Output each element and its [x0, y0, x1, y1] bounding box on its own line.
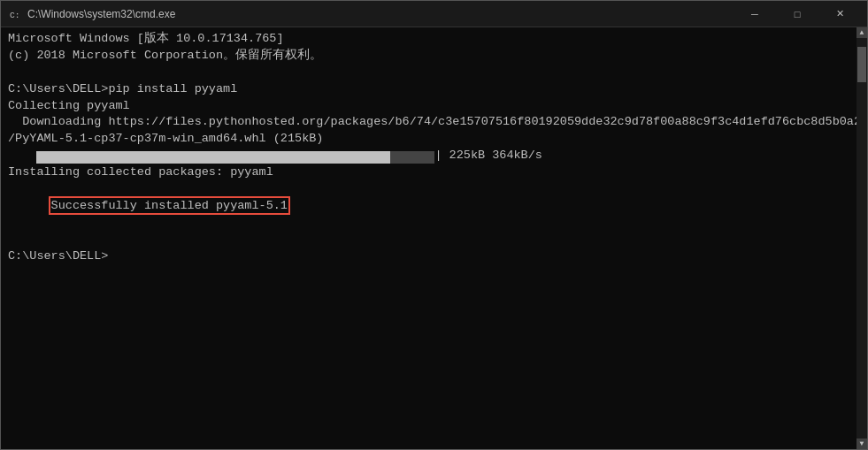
scroll-down-arrow[interactable]: ▼	[856, 439, 867, 449]
titlebar-buttons: ─ □ ✕	[734, 1, 860, 27]
terminal-line-5: Downloading https://files.pythonhosted.o…	[8, 114, 860, 131]
titlebar: C: C:\Windows\system32\cmd.exe ─ □ ✕	[1, 1, 867, 27]
progress-empty	[390, 151, 434, 164]
progress-stats: | 225kB 364kB/s	[434, 148, 542, 164]
cmd-icon: C:	[8, 7, 22, 21]
terminal-line-1: (c) 2018 Microsoft Corporation。保留所有权利。	[8, 48, 860, 65]
progress-filled	[36, 151, 390, 164]
scrollbar[interactable]: ▲ ▼	[856, 27, 867, 449]
terminal-line-9	[8, 232, 860, 248]
terminal-line-8: Successfully installed pyyaml-5.1	[8, 181, 860, 232]
progress-indent	[8, 148, 36, 164]
titlebar-left: C: C:\Windows\system32\cmd.exe	[8, 7, 175, 21]
terminal-line-6: /PyYAML-5.1-cp37-cp37m-win_amd64.whl (21…	[8, 131, 860, 148]
terminal-line-2	[8, 65, 860, 81]
progress-bar	[36, 149, 434, 164]
success-highlight: Successfully installed pyyaml-5.1	[51, 199, 288, 212]
terminal-line-7: Installing collected packages: pyyaml	[8, 164, 860, 181]
maximize-button[interactable]: □	[777, 1, 818, 27]
terminal-line-0: Microsoft Windows [版本 10.0.17134.765]	[8, 31, 860, 48]
window-title: C:\Windows\system32\cmd.exe	[27, 8, 175, 20]
minimize-button[interactable]: ─	[734, 1, 775, 27]
scroll-up-arrow[interactable]: ▲	[856, 27, 867, 38]
close-button[interactable]: ✕	[819, 1, 860, 27]
scroll-thumb[interactable]	[857, 47, 866, 82]
terminal-body[interactable]: Microsoft Windows [版本 10.0.17134.765] (c…	[1, 27, 867, 449]
terminal-line-10: C:\Users\DELL>	[8, 248, 860, 265]
svg-text:C:: C:	[10, 11, 20, 20]
terminal-line-4: Collecting pyyaml	[8, 98, 860, 115]
terminal-line-3: C:\Users\DELL>pip install pyyaml	[8, 81, 860, 98]
progress-line: | 225kB 364kB/s	[8, 148, 860, 164]
cmd-window: C: C:\Windows\system32\cmd.exe ─ □ ✕ Mic…	[0, 0, 868, 450]
